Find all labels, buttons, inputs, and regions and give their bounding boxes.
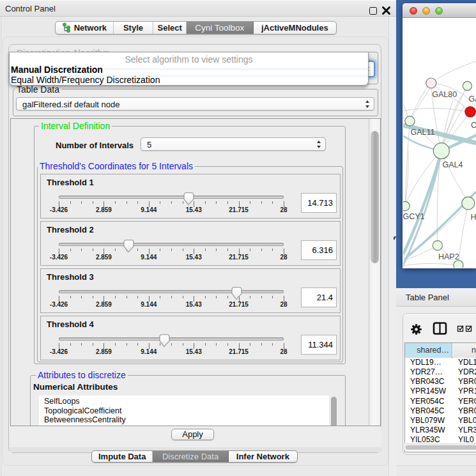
svg-text:GAL4: GAL4: [443, 160, 463, 169]
svg-text:GA: GA: [469, 95, 476, 104]
svg-text:GAL11: GAL11: [411, 128, 435, 137]
svg-text:GAL80: GAL80: [432, 90, 457, 99]
svg-text:GCY1: GCY1: [403, 212, 425, 221]
svg-text:HAP2: HAP2: [438, 252, 459, 261]
svg-text:H: H: [471, 213, 476, 222]
svg-text:C: C: [471, 121, 476, 130]
